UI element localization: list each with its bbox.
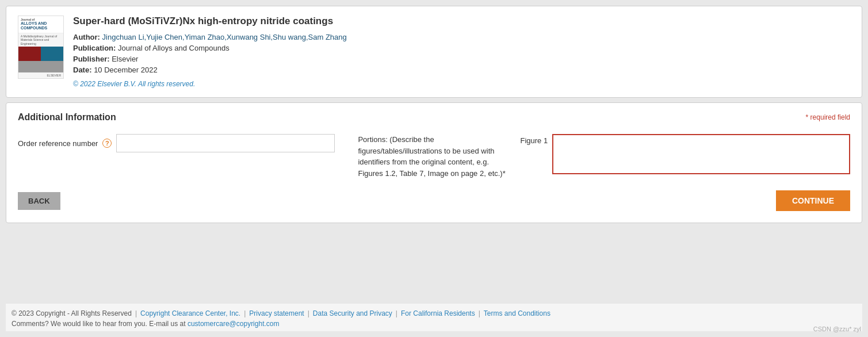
footer: © 2023 Copyright - All Rights Reserved |… xyxy=(6,304,862,331)
section-title: Additional Information xyxy=(18,112,116,122)
button-row: BACK CONTINUE xyxy=(18,190,850,211)
date-label: Date: xyxy=(73,66,92,74)
footer-link-data-security[interactable]: Data Security and Privacy xyxy=(313,309,392,317)
article-authors-row: Author: Jingchuan Li,Yujie Chen,Yiman Zh… xyxy=(73,33,850,41)
portions-label: Portions: (Describe the figures/tables/i… xyxy=(358,134,513,179)
order-ref-label: Order reference number xyxy=(18,139,98,148)
article-copyright: © 2022 Elsevier B.V. All rights reserved… xyxy=(73,80,850,88)
footer-link-terms[interactable]: Terms and Conditions xyxy=(484,309,550,317)
portions-input[interactable] xyxy=(552,134,850,174)
article-publisher: Elsevier xyxy=(112,55,138,63)
footer-link-california[interactable]: For California Residents xyxy=(401,309,475,317)
required-note: * required field xyxy=(806,113,850,121)
form-row: Order reference number ? Portions: (Desc… xyxy=(18,134,850,179)
publisher-label: Publisher: xyxy=(73,55,110,63)
article-publication: Journal of Alloys and Compounds xyxy=(118,44,230,52)
additional-info-section: Additional Information * required field … xyxy=(6,102,862,223)
footer-contact-text: Comments? We would like to hear from you… xyxy=(12,320,186,328)
footer-link-privacy[interactable]: Privacy statement xyxy=(249,309,304,317)
portions-input-area: Figure 1 xyxy=(520,134,850,174)
author-label: Author: xyxy=(73,33,100,41)
article-card: Journal of ALLOYS AND COMPOUNDS A Multid… xyxy=(6,6,862,98)
article-publication-row: Publication: Journal of Alloys and Compo… xyxy=(73,44,850,52)
article-authors: Jingchuan Li,Yujie Chen,Yiman Zhao,Xunwa… xyxy=(102,33,347,41)
journal-cover: Journal of ALLOYS AND COMPOUNDS A Multid… xyxy=(18,16,64,79)
footer-contact-email[interactable]: customercare@copyright.com xyxy=(188,320,280,328)
order-ref-info-icon[interactable]: ? xyxy=(102,139,112,148)
continue-button[interactable]: CONTINUE xyxy=(776,190,850,211)
section-header: Additional Information * required field xyxy=(18,112,850,122)
back-button[interactable]: BACK xyxy=(18,192,60,210)
order-ref-group: Order reference number ? xyxy=(18,134,335,152)
article-info: Super-hard (MoSiTiVZr)Nx high-entropy ni… xyxy=(73,16,850,88)
footer-copyright: © 2023 Copyright - All Rights Reserved xyxy=(12,309,132,317)
footer-bottom: Comments? We would like to hear from you… xyxy=(12,320,856,328)
article-date-row: Date: 10 December 2022 xyxy=(73,66,850,74)
portions-group: Portions: (Describe the figures/tables/i… xyxy=(358,134,850,179)
figure-label: Figure 1 xyxy=(520,134,548,145)
watermark: CSDN @zzu* zyl xyxy=(813,325,861,332)
footer-link-ccc[interactable]: Copyright Clearance Center, Inc. xyxy=(140,309,240,317)
footer-links: © 2023 Copyright - All Rights Reserved |… xyxy=(12,309,856,317)
order-ref-input[interactable] xyxy=(116,134,335,152)
article-title: Super-hard (MoSiTiVZr)Nx high-entropy ni… xyxy=(73,16,850,27)
article-date: 10 December 2022 xyxy=(94,66,158,74)
article-publisher-row: Publisher: Elsevier xyxy=(73,55,850,63)
publication-label: Publication: xyxy=(73,44,116,52)
